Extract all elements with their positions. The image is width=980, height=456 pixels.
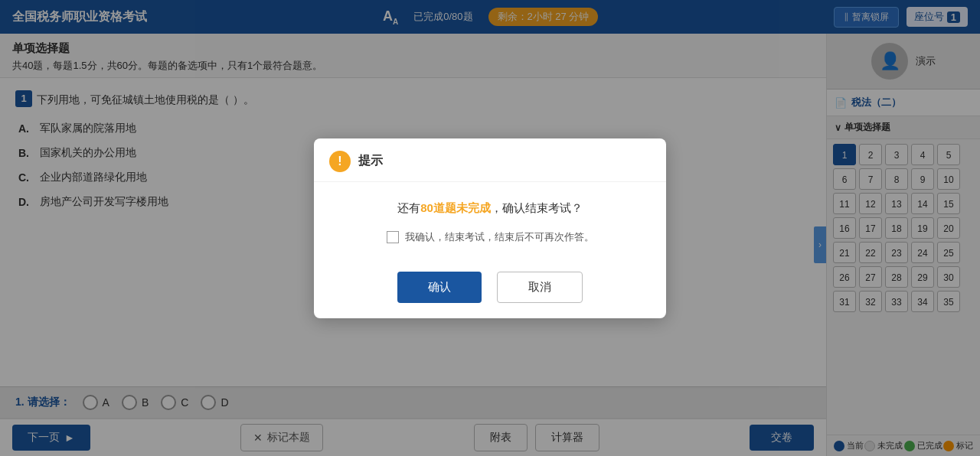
modal-box: ! 提示 还有80道题未完成，确认结束考试？ 我确认，结束考试，结束后不可再次作… <box>314 138 666 318</box>
modal-confirm-row: 我确认，结束考试，结束后不可再次作答。 <box>337 230 643 244</box>
modal-header: ! 提示 <box>314 138 666 182</box>
modal-warning-icon: ! <box>329 151 351 172</box>
modal-message: 还有80道题未完成，确认结束考试？ <box>337 197 643 218</box>
modal-title: 提示 <box>358 153 383 169</box>
modal-message-part1: 还有 <box>397 201 420 214</box>
modal-body: 还有80道题未完成，确认结束考试？ 我确认，结束考试，结束后不可再次作答。 <box>314 182 666 259</box>
modal-cancel-button[interactable]: 取消 <box>497 272 583 303</box>
modal-confirm-checkbox[interactable] <box>387 231 399 243</box>
modal-message-part3: ，确认结束考试？ <box>491 201 583 214</box>
modal-message-part2: 未完成 <box>456 201 491 214</box>
modal-message-highlight: 80道题 <box>420 201 456 214</box>
modal-confirm-button[interactable]: 确认 <box>397 272 482 303</box>
modal-overlay[interactable]: ! 提示 还有80道题未完成，确认结束考试？ 我确认，结束考试，结束后不可再次作… <box>0 0 980 456</box>
modal-confirm-text: 我确认，结束考试，结束后不可再次作答。 <box>405 230 594 244</box>
modal-footer: 确认 取消 <box>314 259 666 318</box>
